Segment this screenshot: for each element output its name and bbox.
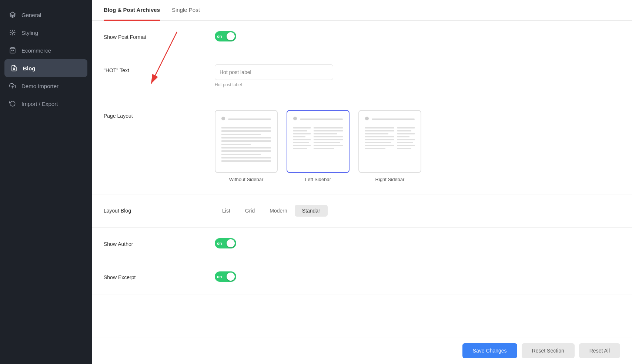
sidebar-item-demo-importer[interactable]: Demo Importer (0, 77, 92, 95)
preview-sidebar-left (293, 127, 311, 166)
toggle-knob (227, 32, 235, 40)
preview-main-left (314, 127, 343, 166)
page-layout-control: Without Sidebar (215, 110, 620, 182)
show-author-label: Show Author (104, 238, 215, 247)
toggle-author-knob (227, 239, 235, 247)
show-post-format-toggle[interactable]: on (215, 31, 236, 41)
show-excerpt-row: Show Excerpt on (92, 261, 632, 294)
show-post-format-row: Show Post Format on (92, 21, 632, 54)
page-layout-label: Page Layout (104, 110, 215, 119)
layout-blog-label: Layout Blog (104, 205, 215, 214)
tab-blog-archives[interactable]: Blog & Post Archives (104, 0, 160, 21)
tabs-bar: Blog & Post Archives Single Post (92, 0, 632, 21)
layout-blog-options: List Grid Modern Standar (215, 205, 328, 217)
sidebar-label-blog: Blog (23, 65, 35, 71)
brush-icon (9, 29, 16, 36)
sidebar-label-import-export: Import / Export (21, 101, 58, 107)
preview-left-sidebar-content (293, 127, 343, 166)
settings-content: Show Post Format on "HOT" Text Hot post … (92, 21, 632, 337)
layout-preview-without-sidebar (215, 110, 278, 173)
layout-options: Without Sidebar (215, 110, 421, 182)
main-content: Blog & Post Archives Single Post Show Po… (92, 0, 632, 364)
sidebar-item-general[interactable]: General (0, 6, 92, 24)
preview-main-right (365, 127, 394, 166)
tab-single-post[interactable]: Single Post (172, 0, 200, 21)
toggle-excerpt-label: on (217, 274, 222, 279)
page-layout-row: Page Layout (92, 98, 632, 194)
layout-name-left-sidebar: Left Sidebar (305, 177, 331, 182)
show-post-format-control: on (215, 31, 620, 41)
layout-blog-grid[interactable]: Grid (238, 205, 262, 217)
layout-name-without-sidebar: Without Sidebar (229, 177, 264, 182)
sidebar-item-ecommerce[interactable]: Ecommerce (0, 41, 92, 59)
preview-dot (221, 117, 225, 120)
preview-right-sidebar-content (365, 127, 415, 166)
toggle-on-label: on (217, 34, 222, 39)
sidebar: General Styling Ecommerce (0, 0, 92, 364)
preview-dot-left (293, 117, 297, 120)
show-author-control: on (215, 238, 620, 248)
sidebar-item-import-export[interactable]: Import / Export (0, 95, 92, 113)
layout-preview-right-sidebar (358, 110, 421, 173)
sidebar-label-styling: Styling (21, 30, 38, 36)
show-excerpt-control: on (215, 271, 620, 282)
file-text-icon (10, 64, 18, 72)
show-author-toggle[interactable]: on (215, 238, 236, 248)
preview-sidebar-right (397, 127, 415, 166)
layout-name-right-sidebar: Right Sidebar (375, 177, 405, 182)
layout-blog-modern[interactable]: Modern (262, 205, 294, 217)
upload-icon (9, 82, 16, 90)
preview-dot-right (365, 117, 369, 120)
reset-section-button[interactable]: Reset Section (522, 343, 575, 358)
show-post-format-label: Show Post Format (104, 31, 215, 40)
layout-blog-control: List Grid Modern Standar (215, 205, 620, 217)
toggle-author-label: on (217, 241, 222, 246)
layout-blog-row: Layout Blog List Grid Modern Standar (92, 194, 632, 228)
sidebar-item-styling[interactable]: Styling (0, 24, 92, 41)
hot-text-row: "HOT" Text Hot post label (92, 54, 632, 98)
hot-text-control: Hot post label (215, 64, 620, 87)
sidebar-label-demo-importer: Demo Importer (21, 83, 58, 89)
shopping-bag-icon (9, 47, 16, 54)
refresh-icon (9, 100, 16, 107)
save-changes-button[interactable]: Save Changes (462, 343, 517, 358)
show-author-row: Show Author on (92, 228, 632, 261)
layout-blog-list[interactable]: List (215, 205, 238, 217)
layers-icon (9, 11, 16, 19)
hot-text-hint: Hot post label (215, 82, 242, 87)
sidebar-label-ecommerce: Ecommerce (21, 47, 51, 54)
layout-blog-standard[interactable]: Standar (295, 205, 328, 217)
hot-text-input[interactable] (215, 64, 333, 80)
layout-option-right-sidebar[interactable]: Right Sidebar (358, 110, 421, 182)
reset-all-button[interactable]: Reset All (579, 343, 620, 358)
layout-option-without-sidebar[interactable]: Without Sidebar (215, 110, 278, 182)
show-excerpt-label: Show Excerpt (104, 271, 215, 280)
toggle-excerpt-knob (227, 273, 235, 281)
layout-option-left-sidebar[interactable]: Left Sidebar (287, 110, 350, 182)
preview-no-sidebar (221, 127, 271, 162)
footer-actions: Save Changes Reset Section Reset All (92, 337, 632, 364)
hot-text-label: "HOT" Text (104, 64, 215, 73)
sidebar-label-general: General (21, 12, 41, 18)
sidebar-item-blog[interactable]: Blog (4, 59, 87, 77)
svg-point-1 (12, 32, 14, 34)
show-excerpt-toggle[interactable]: on (215, 271, 236, 282)
layout-preview-left-sidebar (287, 110, 350, 173)
